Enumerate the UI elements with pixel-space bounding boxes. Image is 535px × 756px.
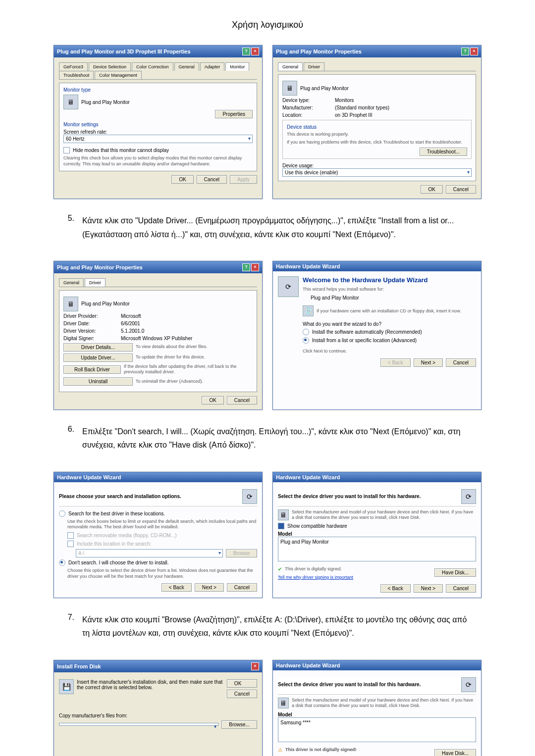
cancel-button[interactable]: Cancel	[446, 185, 476, 194]
wizard-icon: ⟳	[278, 276, 299, 297]
cd-icon: 💿	[303, 305, 314, 316]
install-disk-msg: Insert the manufacturer's installation d…	[77, 679, 224, 690]
path-dropdown[interactable]	[59, 723, 218, 726]
tab-general[interactable]: General	[174, 62, 199, 71]
rollback-driver-desc: If the device fails after updating the d…	[124, 364, 253, 375]
apply-button: Apply	[230, 175, 257, 184]
next-button[interactable]: Next >	[414, 584, 443, 593]
device-status-help: If you are having problems with this dev…	[287, 140, 467, 146]
close-icon[interactable]: ×	[251, 263, 259, 271]
close-icon[interactable]: ×	[251, 48, 259, 55]
driver-version-value: 5.1.2001.0	[121, 328, 144, 334]
next-button[interactable]: Next >	[195, 583, 224, 592]
tab-general[interactable]: General	[59, 278, 84, 287]
radio-dont-search-label: Don't search. I will choose the driver t…	[68, 560, 169, 565]
wizard-device: Plug and Play Monitor	[311, 295, 461, 301]
tab-device-selection[interactable]: Device Selection	[89, 62, 131, 71]
step-text: Κάντε κλικ στο "Update Driver... (Ενημέρ…	[82, 214, 476, 241]
cancel-button[interactable]: Cancel	[227, 583, 257, 592]
close-icon[interactable]: ×	[251, 662, 259, 670]
next-button[interactable]: Next >	[414, 358, 443, 367]
tab-general[interactable]: General	[278, 62, 303, 71]
model-listbox[interactable]: Samsung ****	[278, 717, 476, 742]
wizard-subtext: This wizard helps you install software f…	[303, 287, 461, 293]
radio-search-note: Use the check boxes below to limit or ex…	[67, 519, 257, 530]
ok-button[interactable]: OK	[227, 679, 257, 688]
cancel-button[interactable]: Cancel	[197, 175, 227, 184]
tab-geforce3[interactable]: GeForce3	[59, 62, 88, 71]
cancel-button[interactable]: Cancel	[446, 358, 476, 367]
tab-color-correction[interactable]: Color Correction	[132, 62, 173, 71]
driver-provider-label: Driver Provider:	[63, 313, 118, 319]
ok-button[interactable]: OK	[421, 185, 442, 194]
wizard-note: Select the manufacturer and model of you…	[292, 698, 476, 709]
ok-button[interactable]: OK	[171, 175, 193, 184]
tab-color-management[interactable]: Color Management	[95, 71, 142, 79]
wizard-note: Select the manufacturer and model of you…	[292, 509, 476, 521]
close-icon[interactable]: ×	[470, 48, 478, 55]
cancel-button[interactable]: Cancel	[446, 584, 476, 593]
why-signing-link[interactable]: Tell me why driver signing is important	[278, 575, 353, 580]
driver-details-desc: To view details about the driver files.	[136, 344, 208, 350]
update-driver-button[interactable]: Update Driver...	[63, 353, 133, 362]
back-button: < Back	[380, 358, 411, 367]
hardware-update-wizard-welcome: Hardware Update Wizard ⟳ Welcome to the …	[272, 261, 482, 410]
uninstall-button[interactable]: Uninstall	[63, 377, 133, 386]
model-listbox[interactable]: Plug and Play Monitor	[278, 537, 476, 561]
browse-button[interactable]: Browse...	[221, 720, 257, 729]
hide-modes-checkbox[interactable]	[63, 147, 70, 153]
hide-modes-note: Clearing this check box allows you to se…	[63, 155, 253, 167]
back-button[interactable]: < Back	[161, 583, 192, 592]
radio-auto-label: Install the software automatically (Reco…	[312, 329, 422, 335]
tab-driver[interactable]: Driver	[85, 278, 106, 287]
wizard-heading: Select the device driver you want to ins…	[278, 682, 421, 687]
refresh-rate-dropdown[interactable]: 60 Hertz	[63, 135, 253, 143]
disk-icon: 💾	[59, 679, 74, 694]
monitor-settings-group: Monitor settings	[63, 122, 253, 127]
digital-signer-value: Microsoft Windows XP Publisher	[121, 336, 192, 341]
monitor-properties-window: Plug and Play Monitor and 3D Prophet III…	[54, 45, 263, 199]
wizard-select-driver: Hardware Update Wizard Select the device…	[272, 472, 482, 599]
radio-dont-search[interactable]	[59, 559, 65, 566]
help-icon[interactable]: ?	[242, 263, 250, 271]
location-label: Location:	[282, 112, 332, 118]
properties-button[interactable]: Properties	[215, 110, 253, 118]
wizard-question: What do you want the wizard to do?	[303, 321, 461, 327]
wizard-heading: Select the device driver you want to ins…	[278, 494, 421, 499]
window-title: Install From Disk	[57, 663, 101, 669]
help-icon[interactable]: ?	[242, 48, 250, 55]
back-button[interactable]: < Back	[380, 584, 411, 593]
driver-details-button[interactable]: Driver Details...	[63, 343, 133, 352]
window-title: Hardware Update Wizard	[57, 474, 121, 480]
radio-search[interactable]	[59, 510, 65, 517]
tab-driver[interactable]: Driver	[304, 62, 324, 71]
device-usage-dropdown[interactable]: Use this device (enable)	[282, 168, 472, 177]
radio-dont-search-note: Choose this option to select the device …	[67, 568, 257, 579]
cancel-button[interactable]: Cancel	[227, 396, 257, 404]
next-hint: Click Next to continue.	[303, 349, 461, 354]
cancel-button[interactable]: Cancel	[227, 690, 257, 698]
tab-troubleshoot[interactable]: Troubleshoot	[59, 71, 94, 79]
signed-text: This driver is digitally signed.	[285, 566, 342, 572]
check-location	[67, 541, 74, 547]
monitor-name: Plug and Play Monitor	[81, 100, 130, 105]
tab-monitor[interactable]: Monitor	[225, 62, 249, 71]
digital-signer-label: Digital Signer:	[63, 336, 118, 341]
rollback-driver-button[interactable]: Roll Back Driver	[63, 365, 121, 374]
radio-list[interactable]	[303, 337, 309, 344]
help-icon[interactable]: ?	[461, 48, 469, 55]
step-number: 7.	[59, 613, 74, 640]
device-status-group: Device status	[287, 124, 467, 130]
browse-button: Browse	[226, 549, 257, 557]
radio-auto[interactable]	[303, 329, 309, 335]
list-item[interactable]: Samsung ****	[280, 720, 474, 725]
monitor-icon: 🖥	[282, 81, 297, 96]
troubleshoot-button[interactable]: Troubleshoot...	[420, 148, 467, 156]
ok-button[interactable]: OK	[202, 396, 223, 404]
have-disk-button[interactable]: Have Disk...	[434, 568, 476, 577]
have-disk-button[interactable]: Have Disk...	[434, 749, 476, 756]
tab-adapter[interactable]: Adapter	[200, 62, 225, 71]
compat-checkbox[interactable]	[278, 523, 284, 529]
list-item[interactable]: Plug and Play Monitor	[280, 539, 474, 545]
device-type-label: Device type:	[282, 98, 332, 103]
